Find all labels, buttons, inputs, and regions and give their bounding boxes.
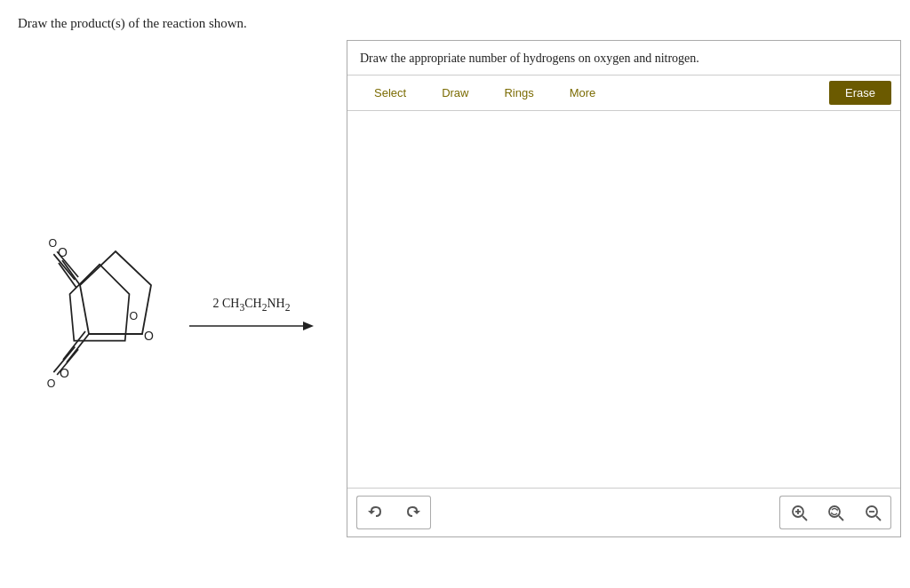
zoom-reset-button[interactable] <box>817 496 854 529</box>
erase-button[interactable]: Erase <box>829 81 891 105</box>
svg-text:O: O <box>47 377 56 390</box>
bottom-toolbar <box>347 488 900 536</box>
svg-line-23 <box>839 516 843 520</box>
toolbar: Select Draw Rings More Erase <box>347 75 900 111</box>
svg-line-13 <box>67 334 89 362</box>
svg-line-14 <box>63 331 85 360</box>
zoom-group <box>779 496 891 529</box>
svg-text:O: O <box>49 237 58 250</box>
zoom-reset-icon <box>826 504 844 521</box>
draw-button[interactable]: Draw <box>424 83 486 103</box>
reaction-container: O O O <box>42 216 314 415</box>
rings-button[interactable]: Rings <box>486 83 551 103</box>
more-button[interactable]: More <box>552 83 614 103</box>
undo-icon <box>367 504 385 521</box>
reagent-text: 2 CH3CH2NH2 <box>212 297 290 314</box>
svg-text:O: O <box>58 245 68 259</box>
undo-redo-group <box>356 496 431 529</box>
svg-line-19 <box>802 516 807 520</box>
svg-text:O: O <box>60 366 69 380</box>
redo-icon <box>403 504 421 521</box>
page-question: Draw the product(s) of the reaction show… <box>0 0 910 40</box>
right-panel: Draw the appropriate number of hydrogens… <box>347 40 901 537</box>
zoom-in-icon <box>790 504 808 521</box>
zoom-out-button[interactable] <box>854 496 891 529</box>
svg-line-25 <box>876 516 881 520</box>
svg-marker-8 <box>80 251 151 334</box>
undo-button[interactable] <box>356 496 394 529</box>
draw-canvas[interactable] <box>347 111 900 488</box>
reaction-arrow-area: 2 CH3CH2NH2 <box>189 297 314 335</box>
left-panel: O O O <box>9 40 347 537</box>
draw-instruction: Draw the appropriate number of hydrogens… <box>347 41 900 75</box>
svg-text:O: O <box>144 329 154 343</box>
redo-button[interactable] <box>394 496 431 529</box>
zoom-out-icon <box>864 504 882 521</box>
zoom-in-button[interactable] <box>779 496 817 529</box>
select-button[interactable]: Select <box>356 83 424 103</box>
reactant-molecule-v2: O O O <box>58 216 173 411</box>
svg-marker-17 <box>303 322 314 330</box>
reaction-arrow <box>189 318 314 334</box>
